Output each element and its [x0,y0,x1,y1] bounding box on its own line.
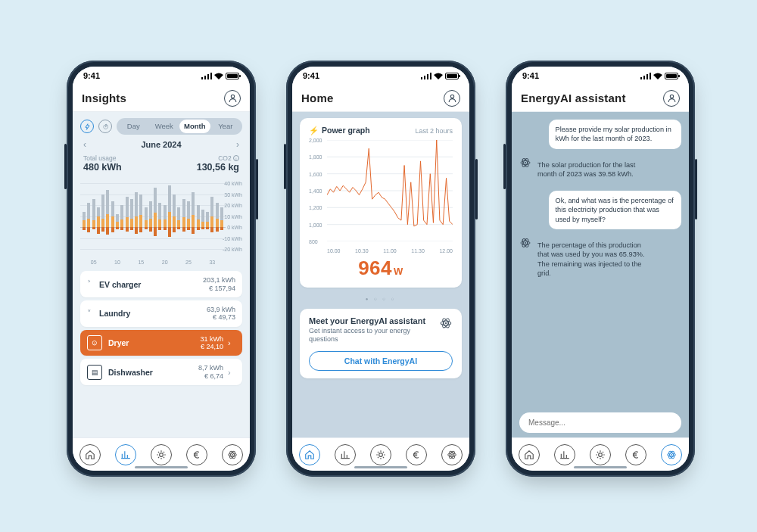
tab-insights[interactable] [335,444,356,465]
row-values: 63,9 kWh€ 49,73 [207,306,235,322]
tab-solar[interactable] [370,444,391,465]
tab-cost[interactable] [186,444,207,465]
svg-rect-12 [427,74,428,79]
signal-icon [421,73,431,79]
bolt-icon: ⚡ [309,126,319,135]
home-icon [304,450,315,460]
svg-point-14 [450,95,453,98]
home-icon [524,450,534,460]
home-indicator [135,466,188,468]
segment-week[interactable]: Week [149,120,180,133]
list-item[interactable]: ▤Dishwasher8,7 kWh€ 6,74› [80,359,242,385]
power-value: 964 [358,257,392,279]
atom-icon [666,450,677,460]
dishwasher-icon: ▤ [87,365,102,380]
tab-ai[interactable] [661,444,682,465]
gas-toggle[interactable] [98,120,112,133]
sun-icon [375,450,386,460]
list-item[interactable]: ˃EV charger203,1 kWh€ 157,94 [80,271,242,297]
co2-label: CO2 [218,154,231,162]
chevron-down-icon: ˅ [87,309,95,319]
assistant-message: The solar production for the last month … [519,155,652,185]
status-bar: 9:41 [292,67,469,85]
chat-thread[interactable]: Please provide my solar production in kW… [512,112,689,437]
info-icon[interactable]: i [233,155,239,161]
tab-solar[interactable] [590,444,611,465]
segment-day[interactable]: Day [118,120,149,133]
home-icon [85,450,95,460]
filter-row: Day Week Month Year [73,112,250,138]
row-name: Dishwasher [108,368,198,377]
row-values: 31 kWh€ 24,10 [200,335,223,351]
tab-insights[interactable] [115,444,136,465]
electric-toggle[interactable] [80,120,94,133]
current-power: 964W [309,257,453,280]
status-time: 9:41 [83,71,100,80]
tab-ai[interactable] [441,444,463,465]
dryer-icon: ⊙ [87,335,102,350]
status-icons [201,73,239,79]
battery-icon [665,73,678,79]
card-subtitle: Last 2 hours [415,127,453,135]
tab-insights[interactable] [554,444,575,465]
list-item[interactable]: ˅Laundry63,9 kWh€ 49,73 [80,300,242,327]
atom-icon [519,157,531,169]
sun-icon [595,450,606,460]
period-segment: Day Week Month Year [117,118,242,135]
status-icons [421,73,459,79]
assistant-promo-card: Meet your EnergyAI assistant Get instant… [300,309,462,378]
composer [519,412,681,433]
row-name: Dryer [108,338,200,347]
tab-cost[interactable] [406,444,427,465]
svg-point-9 [232,454,233,456]
tab-solar[interactable] [151,444,172,465]
card-title: Power graph [322,126,370,135]
home-indicator [354,466,407,468]
row-values: 203,1 kWh€ 157,94 [203,276,235,292]
svg-point-4 [231,95,234,98]
profile-button[interactable] [663,90,680,107]
home-indicator [574,466,627,468]
page-dots[interactable]: ● ○ ○ ○ [300,297,462,301]
chat-with-ai-button[interactable]: Chat with EnergyAI [309,351,453,371]
status-time: 9:41 [303,71,319,80]
sun-icon [156,450,167,460]
co2-value: 130,56 kg [197,162,239,173]
wifi-icon [434,73,443,79]
row-name: EV charger [99,280,203,289]
segment-month[interactable]: Month [179,120,210,133]
signal-icon [640,73,651,79]
user-icon [447,93,457,103]
profile-button[interactable] [444,90,460,107]
list-item[interactable]: ⊙Dryer31 kWh€ 24,10› [80,330,242,356]
tab-ai[interactable] [222,444,243,465]
phone-assistant: 9:41 EnergyAI assistant Please provide m… [506,61,695,477]
next-month-button[interactable]: › [236,139,239,150]
chart-icon [120,450,131,460]
status-time: 9:41 [522,71,539,80]
euro-icon [631,450,641,460]
status-icons [640,73,678,79]
prev-month-button[interactable]: ‹ [83,139,86,150]
profile-button[interactable] [224,90,241,107]
atom-icon [519,237,531,249]
svg-point-44 [599,453,603,456]
tab-home[interactable] [519,444,540,465]
page-title: EnergyAI assistant [521,92,626,104]
message-input[interactable] [519,412,681,433]
usage-bar-chart[interactable]: 40 kWh30 kWh20 kWh10 kWh0 kWh-10 kWh-20 … [80,178,242,265]
battery-icon [445,73,459,79]
tab-home[interactable] [299,444,320,465]
title-bar: EnergyAI assistant [512,85,689,112]
power-graph-card[interactable]: ⚡Power graph Last 2 hours 2,0001,8001,60… [300,118,462,288]
svg-rect-31 [640,77,642,79]
chevron-right-icon: ˃ [87,279,95,289]
phone-insights: 9:41 Insights [67,61,256,477]
row-name: Laundry [99,309,207,318]
svg-rect-33 [646,74,648,79]
segment-year[interactable]: Year [210,120,241,133]
chevron-right-icon: › [228,338,235,347]
tab-cost[interactable] [625,444,646,465]
tab-home[interactable] [79,444,101,465]
month-nav: ‹ June 2024 › [73,138,250,154]
